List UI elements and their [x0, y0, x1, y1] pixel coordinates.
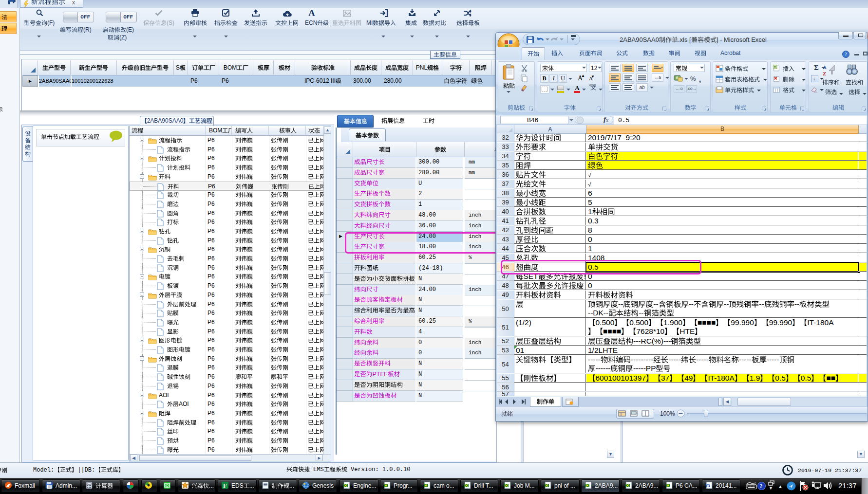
svg-text:W: W: [707, 484, 710, 487]
svg-text:?: ?: [760, 483, 763, 490]
svg-text:F: F: [223, 482, 227, 489]
svg-text:A: A: [823, 64, 827, 70]
svg-text:iQ: iQ: [165, 484, 169, 488]
svg-text:?: ?: [845, 52, 847, 57]
svg-text:Z: Z: [823, 71, 826, 76]
